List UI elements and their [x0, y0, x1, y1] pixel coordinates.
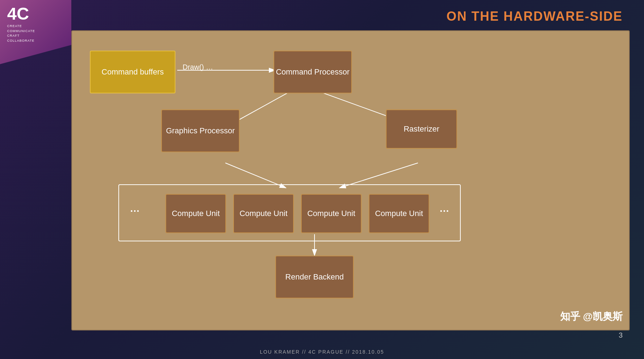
draw-label: Draw() … [183, 63, 213, 71]
compute-unit-1-box: Compute Unit [165, 194, 226, 233]
compute-unit-4-box: Compute Unit [369, 194, 429, 233]
logo-icon: 4C [7, 5, 29, 22]
compute-unit-2-box: Compute Unit [233, 194, 294, 233]
watermark: 知乎 @凯奥斯 [560, 310, 623, 323]
ellipsis-right: … [439, 203, 449, 214]
page-number: 3 [619, 331, 623, 339]
compute-unit-3-box: Compute Unit [301, 194, 362, 233]
slide-title: ON THE HARDWARE-SIDE [446, 9, 623, 24]
footer-text: LOU KRAMER // 4C PRAGUE // 2018.10.05 [260, 349, 384, 355]
logo-text: CREATECOMMUNICATECRAFTCOLLABORATE [7, 24, 35, 43]
rasterizer-box: Rasterizer [386, 109, 457, 149]
ellipsis-left: … [130, 203, 140, 214]
command-processor-box: Command Processor [274, 51, 352, 93]
footer: LOU KRAMER // 4C PRAGUE // 2018.10.05 [0, 345, 644, 359]
command-buffers-box: Command buffers [90, 51, 175, 93]
compute-units-container: … Compute Unit Compute Unit Compute Unit… [118, 184, 461, 241]
diagram-area: Draw() … Command buffers Command Process… [71, 30, 630, 330]
graphics-processor-box: Graphics Processor [161, 109, 240, 152]
render-backend-box: Render Backend [275, 256, 354, 298]
